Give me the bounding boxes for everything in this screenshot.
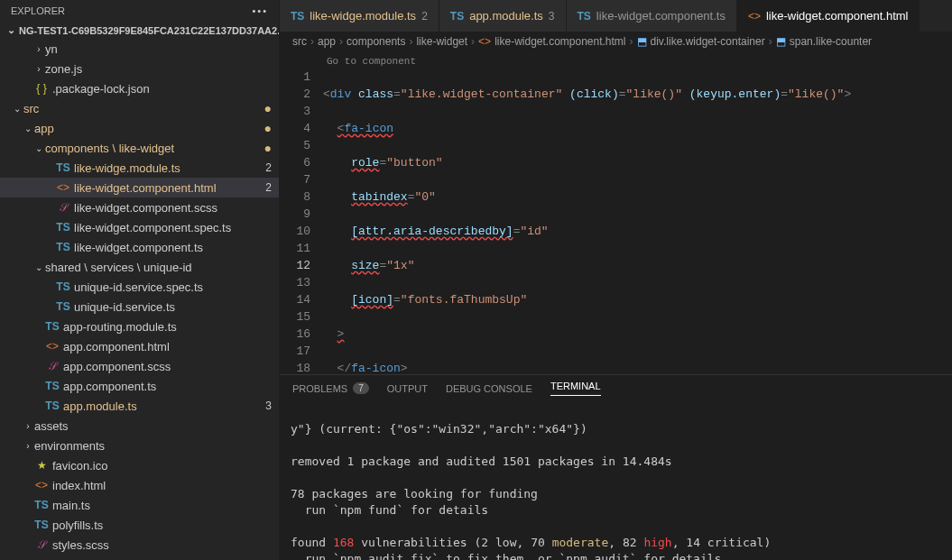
code-content[interactable]: <div class="like.widget-container" (clic… <box>323 51 952 374</box>
chevron-right-icon: › <box>32 64 45 74</box>
terminal-output[interactable]: y"} (current: {"os":"win32","arch":"x64"… <box>280 401 952 560</box>
tab-problems[interactable]: PROBLEMS7 <box>292 381 369 396</box>
scss-icon: 𝒮 <box>56 201 70 214</box>
tree-file[interactable]: <>index.html <box>0 475 279 495</box>
tree-folder[interactable]: ›yn <box>0 39 279 59</box>
tree-file[interactable]: TSunique-id.service.spec.ts <box>0 277 279 297</box>
ts-icon: TS <box>45 320 60 333</box>
tree-file[interactable]: TSlike-widget.component.spec.ts <box>0 217 279 237</box>
ts-icon: TS <box>291 10 304 23</box>
ts-icon: TS <box>56 161 70 174</box>
tree-folder[interactable]: ›assets <box>0 416 279 436</box>
tree-folder[interactable]: ›zone.js <box>0 59 279 78</box>
tab-debug-console[interactable]: DEBUG CONSOLE <box>446 381 532 396</box>
ts-icon: TS <box>578 10 591 23</box>
ts-icon: TS <box>56 241 70 253</box>
modified-dot-icon: ● <box>264 101 272 115</box>
json-icon: { } <box>34 82 49 95</box>
tab[interactable]: TSlike-widge.module.ts2 <box>280 0 439 32</box>
ts-icon: TS <box>450 10 464 23</box>
problems-count-badge: 7 <box>353 382 369 394</box>
scss-icon: 𝒮 <box>34 538 49 551</box>
tree-folder-shared[interactable]: ⌄shared \ services \ unique-id <box>0 257 279 277</box>
tree-file[interactable]: TSapp-routing.module.ts <box>0 317 279 336</box>
favicon-icon: ★ <box>34 459 49 472</box>
chevron-right-icon: › <box>32 44 45 54</box>
scss-icon: 𝒮 <box>45 360 60 372</box>
html-icon: <> <box>478 35 491 48</box>
bottom-panel: PROBLEMS7 OUTPUT DEBUG CONSOLE TERMINAL … <box>280 374 952 560</box>
ts-icon: TS <box>45 399 60 412</box>
tab-output[interactable]: OUTPUT <box>387 381 428 396</box>
more-icon[interactable]: ••• <box>252 5 268 16</box>
ts-icon: TS <box>45 380 60 392</box>
panel-tabs: PROBLEMS7 OUTPUT DEBUG CONSOLE TERMINAL <box>280 375 952 401</box>
ts-icon: TS <box>34 519 49 531</box>
tree-file[interactable]: 𝒮like-widget.component.scss <box>0 197 279 217</box>
explorer-title: EXPLORER <box>11 5 65 16</box>
tree-file[interactable]: TSlike-widge.module.ts2 <box>0 158 279 178</box>
tab-terminal[interactable]: TERMINAL <box>550 381 601 396</box>
html-icon: <> <box>748 10 761 23</box>
tree-file[interactable]: TSlike-widget.component.ts <box>0 237 279 257</box>
ts-icon: TS <box>34 499 49 511</box>
tree-file[interactable]: <>app.component.html <box>0 336 279 356</box>
chevron-down-icon: ⌄ <box>7 24 15 36</box>
tree-file[interactable]: TSmain.ts <box>0 495 279 515</box>
tree-folder[interactable]: ›environments <box>0 436 279 455</box>
tree-folder-app[interactable]: ⌄app● <box>0 118 279 138</box>
tree-file[interactable]: ★favicon.ico <box>0 455 279 475</box>
code-editor[interactable]: Go to component 1 2 3 4 5 6 7 8 9 10 11 … <box>280 51 952 374</box>
ts-icon: TS <box>56 300 70 313</box>
ts-icon: TS <box>56 221 70 234</box>
explorer-header: EXPLORER ••• <box>0 0 279 22</box>
tree-file[interactable]: 𝒮styles.scss <box>0 535 279 555</box>
tab[interactable]: TSapp.module.ts3 <box>439 0 567 32</box>
html-icon: <> <box>45 340 60 353</box>
tree-file[interactable]: TSunique-id.service.ts <box>0 297 279 317</box>
chevron-down-icon: ⌄ <box>11 104 23 114</box>
breadcrumb[interactable]: src› app› components› like-widget› <> li… <box>280 32 952 51</box>
chevron-right-icon: › <box>22 421 34 431</box>
tree-folder-src[interactable]: ⌄src● <box>0 98 279 118</box>
element-icon: ⬒ <box>776 35 786 48</box>
codelens-go-to-component[interactable]: Go to component <box>327 52 416 71</box>
chevron-right-icon: › <box>22 441 34 451</box>
tree-file-active[interactable]: <>like-widget.component.html2 <box>0 178 279 197</box>
file-tree: ›yn ›zone.js { }.package-lock.json ⌄src●… <box>0 39 279 560</box>
tree-file[interactable]: TSpolyfills.ts <box>0 515 279 535</box>
tree-file[interactable]: TSapp.module.ts3 <box>0 396 279 416</box>
ts-icon: TS <box>56 280 70 293</box>
tree-file[interactable]: 𝒮app.component.scss <box>0 356 279 376</box>
html-icon: <> <box>56 181 70 194</box>
modified-dot-icon: ● <box>264 141 272 155</box>
chevron-down-icon: ⌄ <box>22 124 34 133</box>
tab[interactable]: TSlike-widget.component.ts <box>567 0 737 32</box>
project-label: NG-TEST1-C69B5329F9E845FCA231C22E137DD37… <box>19 25 279 36</box>
modified-dot-icon: ● <box>264 121 272 135</box>
tree-folder-components[interactable]: ⌄components \ like-widget● <box>0 138 279 158</box>
tree-file[interactable]: { }.package-lock.json <box>0 78 279 98</box>
tree-file[interactable]: TSapp.component.ts <box>0 376 279 396</box>
chevron-down-icon: ⌄ <box>32 143 45 153</box>
html-icon: <> <box>34 479 49 491</box>
editor-tabs: TSlike-widge.module.ts2 TSapp.module.ts3… <box>280 0 952 32</box>
main-area: TSlike-widge.module.ts2 TSapp.module.ts3… <box>280 0 952 560</box>
tab-active[interactable]: <>like-widget.component.html <box>737 0 920 32</box>
element-icon: ⬒ <box>637 35 647 48</box>
project-root[interactable]: ⌄ NG-TEST1-C69B5329F9E845FCA231C22E137DD… <box>0 22 279 39</box>
line-gutter: 1 2 3 4 5 6 7 8 9 10 11 12 13 14 15 16 1… <box>280 51 323 374</box>
explorer-sidebar: EXPLORER ••• ⌄ NG-TEST1-C69B5329F9E845FC… <box>0 0 280 560</box>
chevron-down-icon: ⌄ <box>32 262 45 272</box>
